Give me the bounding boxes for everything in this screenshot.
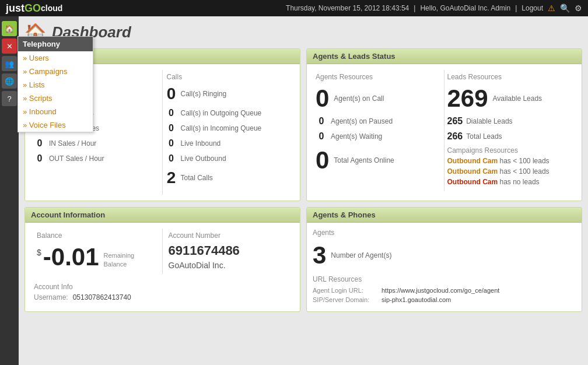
topbar-right: Thursday, November 15, 2012 18:43:54 | H…: [286, 3, 582, 13]
available-leads-row: 269 Available Leads: [447, 85, 573, 113]
logo-go: GO: [24, 2, 41, 15]
agent-login-url-value: https://www.justgocloud.com/go_ce/agent: [382, 287, 499, 294]
live-inbound-label: Live Inbound: [181, 139, 221, 148]
separator: |: [414, 4, 415, 12]
campaign-row-2: Outbound Cam has < 100 leads: [447, 167, 573, 176]
live-inbound-row: 0 Live Inbound: [166, 138, 292, 149]
topbar: justGOcloud Thursday, November 15, 2012 …: [0, 0, 588, 16]
sidebar-close-icon[interactable]: ✕: [2, 38, 17, 54]
calls-incoming-queue-row: 0 Call(s) in Incoming Queue: [166, 123, 292, 134]
agents-phones-panel: Agents & Phones Agents 3 Number of Agent…: [306, 207, 582, 312]
agents-paused-label: Agent(s) on Paused: [331, 117, 393, 125]
campaign-status-2: has < 100 leads: [500, 167, 550, 176]
available-leads-value: 269: [447, 85, 488, 113]
live-outbound-row: 0 Live Outbound: [166, 153, 292, 164]
account-info-panel: Account Information Balance $ -0.01 Rema…: [24, 207, 300, 312]
total-calls-row: 2 Total Calls: [166, 169, 292, 187]
agents-paused-row: 0 Agent(s) on Paused: [316, 116, 441, 127]
sip-server-row: SIP/Server Domain: sip-phx1.goautodial.c…: [313, 296, 576, 303]
out-sales-hour-row: 0 OUT Sales / Hour: [34, 153, 159, 164]
currency-symbol: $: [37, 248, 41, 257]
remaining-balance-label: Remaining Balance: [104, 251, 156, 269]
dialable-leads-value: 265: [447, 116, 463, 127]
sidebar-help-icon[interactable]: ?: [2, 91, 17, 106]
menu-header: Telephony: [18, 37, 93, 51]
account-info-header: Account Information: [25, 208, 300, 223]
agent-login-url-row: Agent Login URL: https://www.justgocloud…: [313, 287, 576, 294]
campaign-name-3: Outbound Cam: [447, 178, 498, 186]
menu-item-users[interactable]: » Users: [18, 51, 93, 65]
live-outbound-value: 0: [166, 153, 177, 164]
agents-on-call-value: 0: [316, 85, 329, 113]
out-sales-hour-label: OUT Sales / Hour: [49, 155, 104, 163]
menu-item-scripts[interactable]: » Scripts: [18, 92, 93, 105]
calls-ringing-value: 0: [166, 85, 177, 103]
dashboard-grid: Today's Status Sales 0 Total Sales 0 Inb…: [24, 48, 582, 312]
campaign-row-1: Outbound Cam has < 100 leads: [447, 157, 573, 165]
search-icon[interactable]: 🔍: [560, 3, 570, 13]
url-resources-label: URL Resources: [313, 275, 576, 283]
sidebar: 🏠 ✕ 👥 🌐 ? Telephony » Users » Campaigns …: [0, 16, 19, 365]
calls-incoming-queue-label: Call(s) in Incoming Queue: [181, 124, 262, 132]
available-leads-label: Available Leads: [493, 94, 542, 103]
sip-server-value: sip-phx1.goautodial.com: [382, 296, 451, 303]
total-agents-row: 0 Total Agents Online: [316, 146, 441, 174]
in-sales-hour-value: 0: [34, 138, 46, 149]
number-of-agents-value: 3: [313, 241, 326, 269]
menu-item-inbound[interactable]: » Inbound: [18, 105, 93, 118]
agents-waiting-label: Agent(s) Waiting: [331, 132, 382, 141]
sidebar-globe-icon[interactable]: 🌐: [2, 73, 17, 89]
agents-phones-header: Agents & Phones: [307, 208, 582, 223]
username-value: 051307862413740: [73, 293, 131, 301]
agents-leads-body: Agents Resources 0 Agent(s) on Call 0 Ag…: [307, 64, 582, 197]
balance-value: -0.01: [43, 243, 99, 271]
live-inbound-value: 0: [166, 138, 177, 149]
account-number-col: Account Number 6911674486 GoAutoDial Inc…: [163, 229, 295, 274]
agents-resources-label: Agents Resources: [316, 73, 441, 81]
total-leads-label: Total Leads: [466, 132, 502, 141]
agents-paused-value: 0: [316, 116, 327, 127]
menu-item-lists[interactable]: » Lists: [18, 78, 93, 92]
calls-outgoing-queue-value: 0: [166, 108, 177, 118]
page-title-row: 🏠 Dashboard: [24, 22, 582, 43]
agents-on-call-label: Agent(s) on Call: [334, 94, 384, 103]
campaign-status-3: has no leads: [500, 178, 540, 186]
agents-waiting-value: 0: [316, 131, 327, 142]
dialable-leads-row: 265 Dialable Leads: [447, 116, 573, 127]
logout-link[interactable]: Logout: [522, 4, 543, 12]
balance-col: Balance $ -0.01 Remaining Balance: [31, 229, 163, 274]
agents-leads-panel: Agents & Leads Status Agents Resources 0…: [306, 48, 582, 201]
campaign-row-3: Outbound Cam has no leads: [447, 178, 573, 186]
calls-outgoing-queue-label: Call(s) in Outgoing Queue: [181, 109, 262, 117]
live-outbound-label: Live Outbound: [181, 155, 226, 163]
total-calls-label: Total Calls: [181, 174, 213, 182]
calls-label: Calls: [166, 73, 292, 81]
number-of-agents-label: Number of Agent(s): [331, 251, 391, 259]
account-number-label: Account Number: [169, 231, 289, 240]
agents-phones-body: Agents 3 Number of Agent(s) URL Resource…: [307, 223, 582, 311]
agent-login-url-key: Agent Login URL:: [313, 287, 377, 294]
agents-resources-col: Agents Resources 0 Agent(s) on Call 0 Ag…: [313, 70, 444, 191]
total-leads-row: 266 Total Leads: [447, 131, 573, 142]
campaign-status-1: has < 100 leads: [500, 157, 550, 165]
dialable-leads-label: Dialable Leads: [466, 117, 512, 125]
in-sales-hour-label: IN Sales / Hour: [49, 139, 96, 148]
logo-just: just: [6, 2, 24, 15]
agents-sublabel: Agents: [313, 229, 576, 237]
sidebar-home-icon[interactable]: 🏠: [2, 21, 17, 36]
calls-ringing-row: 0 Call(s) Ringing: [166, 85, 292, 103]
gear-icon[interactable]: ⚙: [575, 3, 582, 13]
sip-server-key: SIP/Server Domain:: [313, 296, 377, 303]
menu-item-campaigns[interactable]: » Campaigns: [18, 65, 93, 78]
datetime: Thursday, November 15, 2012 18:43:54: [286, 4, 409, 12]
menu-item-voicefiles[interactable]: » Voice Files: [18, 118, 93, 132]
sidebar-people-icon[interactable]: 👥: [2, 56, 17, 71]
out-sales-hour-value: 0: [34, 153, 46, 164]
main-content: 🏠 Dashboard Today's Status Sales 0 Total…: [19, 16, 588, 365]
agents-waiting-row: 0 Agent(s) Waiting: [316, 131, 441, 142]
campaign-name-2: Outbound Cam: [447, 167, 498, 176]
company-name: GoAutoDial Inc.: [169, 261, 289, 270]
leads-resources-col: Leads Resources 269 Available Leads 265 …: [444, 70, 576, 191]
username-row: Username: 051307862413740: [34, 293, 291, 301]
total-agents-label: Total Agents Online: [334, 156, 394, 164]
